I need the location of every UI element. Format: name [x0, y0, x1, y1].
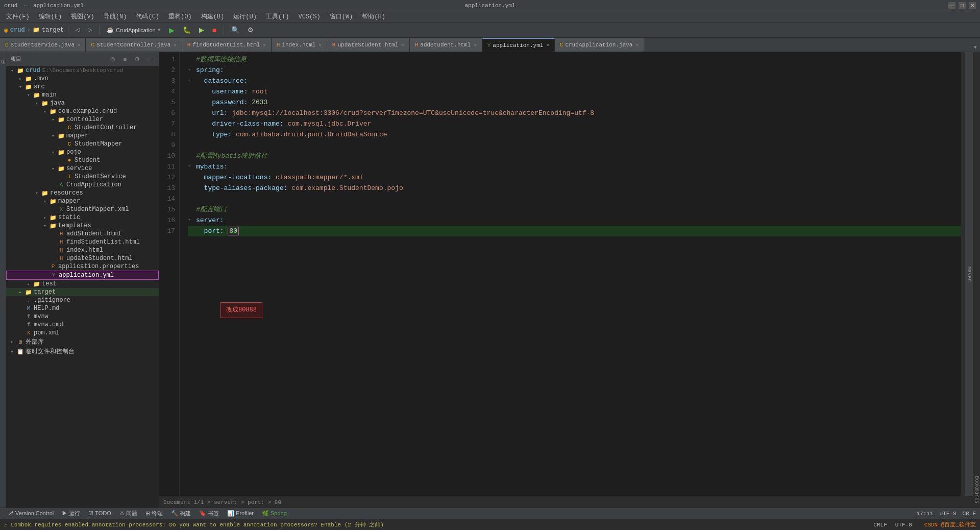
tree-item-test[interactable]: ▸ 📁 test [6, 280, 159, 288]
tree-item-pom-xml[interactable]: ▸ X pom.xml [6, 329, 159, 337]
menu-tools[interactable]: 工具(T) [262, 11, 293, 22]
tree-item-scratches[interactable]: ▸ 📋 临时文件和控制台 [6, 347, 159, 356]
tab-close-1[interactable]: ✕ [78, 42, 80, 48]
tree-item-com-example-crud[interactable]: ▾ 📁 com.example.crud [6, 107, 159, 115]
toolbar-back-btn[interactable]: ◁ [72, 26, 83, 34]
tab-close-7[interactable]: ✕ [546, 42, 549, 48]
spring-btn[interactable]: 🌿 Spring [259, 509, 290, 518]
sidebar-locate-btn[interactable]: ◎ [108, 54, 118, 64]
tab-crud-application[interactable]: C CrudApplication.java ✕ [555, 38, 644, 52]
tree-item-application-yml[interactable]: ▸ Y application.yml [6, 271, 159, 280]
tree-label-mvnw-cmd: mvnw.cmd [34, 321, 63, 328]
menu-help[interactable]: 帮助(H) [358, 11, 389, 22]
terminal-btn[interactable]: ⊞ 终端 [142, 509, 166, 518]
tree-item-update-student-html[interactable]: ▸ H updateStudent.html [6, 254, 159, 262]
code-text-6: url: jdbc:mysql://localhost:3306/crud?se… [196, 108, 961, 118]
tab-close-5[interactable]: ✕ [401, 42, 404, 48]
run-bottom-btn[interactable]: ▶ 运行 [59, 509, 83, 518]
tab-close-8[interactable]: ✕ [635, 42, 638, 48]
minimize-button[interactable]: — [948, 2, 955, 9]
tree-item-ext-libs[interactable]: ▸ ⊞ 外部库 [6, 337, 159, 347]
stop-button[interactable]: ■ [209, 25, 219, 35]
tree-item-index-html[interactable]: ▸ H index.html [6, 246, 159, 254]
tree-item-gitignore[interactable]: ▸ . .gitignore [6, 296, 159, 304]
menu-file[interactable]: 文件(F) [2, 11, 34, 22]
tab-student-service[interactable]: C StudentService.java ✕ [0, 38, 86, 52]
tab-index[interactable]: H index.html ✕ [272, 38, 327, 52]
sidebar-expand-btn[interactable]: ≡ [120, 54, 130, 64]
tree-item-main[interactable]: ▾ 📁 main [6, 91, 159, 99]
ext-libs-icon: ⊞ [16, 339, 24, 345]
code-area[interactable]: #数据库连接信息 ▾ spring: ▾ datasource: usernam… [180, 52, 961, 496]
toolbar-target-icon: 📁 [33, 27, 40, 33]
close-button[interactable]: ✕ [969, 2, 976, 9]
maven-panel[interactable]: Maven [965, 52, 973, 496]
tree-item-mapper-res[interactable]: ▾ 📁 mapper [6, 197, 159, 205]
menu-navigate[interactable]: 导航(N) [100, 11, 131, 22]
tree-item-static[interactable]: ▸ 📁 static [6, 213, 159, 222]
tab-close-3[interactable]: ✕ [263, 42, 265, 48]
tab-application-yml[interactable]: Y application.yml ✕ [482, 38, 555, 52]
scrollbar-right[interactable] [961, 52, 965, 496]
menu-window[interactable]: 窗口(W) [326, 11, 357, 22]
tree-item-java[interactable]: ▾ 📁 java [6, 99, 159, 107]
sidebar-settings-btn[interactable]: ⚙ [132, 54, 142, 64]
tree-item-crud[interactable]: ▾ 📁 crud E:\Documets\Desktop\crud [6, 66, 159, 75]
tree-item-help-md[interactable]: ▸ M HELP.md [6, 304, 159, 312]
problems-btn[interactable]: ⚠ 问题 [116, 509, 140, 518]
tree-item-student-controller[interactable]: ▸ C StudentController [6, 124, 159, 132]
menu-code[interactable]: 代码(C) [132, 11, 163, 22]
tree-item-student-mapper-xml[interactable]: ▸ X StudentMapper.xml [6, 205, 159, 213]
sidebar-collapse-btn[interactable]: — [144, 54, 155, 64]
run-with-coverage-button[interactable]: ▶ [196, 25, 207, 35]
tree-item-student-mapper[interactable]: ▸ C StudentMapper [6, 140, 159, 148]
tree-item-mvn[interactable]: ▸ 📁 .mvn [6, 75, 159, 83]
build-bottom-btn[interactable]: 🔨 构建 [168, 509, 194, 518]
menu-run[interactable]: 运行(U) [229, 11, 261, 22]
editor-content[interactable]: 1 2 3 4 5 6 7 8 9 10 11 12 13 14 15 16 1… [159, 52, 973, 496]
profiler-btn[interactable]: 📊 Profiler [224, 509, 257, 518]
tree-item-student-service[interactable]: ▸ I StudentService [6, 173, 159, 181]
version-control-btn[interactable]: ⎇ Version Control [4, 509, 57, 518]
todo-btn[interactable]: ☑ TODO [85, 509, 114, 518]
tree-item-crud-application[interactable]: ▸ A CrudApplication [6, 181, 159, 189]
tree-item-student[interactable]: ▸ ● Student [6, 156, 159, 164]
tree-item-add-student-html[interactable]: ▸ H addStudent.html [6, 230, 159, 238]
tree-item-service[interactable]: ▾ 📁 service [6, 164, 159, 173]
toolbar-run-config-btn[interactable]: ☕ CrudApplication ▾ [104, 26, 164, 34]
tab-close-4[interactable]: ✕ [318, 42, 321, 48]
tree-item-pojo[interactable]: ▾ 📁 pojo [6, 148, 159, 156]
menu-vcs[interactable]: VCS(S) [294, 12, 324, 21]
tab-close-2[interactable]: ✕ [174, 42, 176, 48]
search-everywhere-btn[interactable]: 🔍 [228, 25, 242, 35]
tab-close-6[interactable]: ✕ [474, 42, 476, 48]
menu-refactor[interactable]: 重构(O) [164, 11, 196, 22]
tree-item-mvnw[interactable]: ▸ f mvnw [6, 312, 159, 321]
lombok-warning[interactable]: ⚠ Lombok requires enabled annotation pro… [4, 521, 873, 528]
tree-item-application-properties[interactable]: ▸ P application.properties [6, 262, 159, 271]
tab-update-student[interactable]: H updateStudent.html ✕ [327, 38, 410, 52]
run-button[interactable]: ▶ [166, 25, 178, 35]
bookmarks-bottom-btn[interactable]: 🔖 书签 [196, 509, 222, 518]
debug-button[interactable]: 🐛 [180, 25, 194, 35]
tree-item-mapper[interactable]: ▾ 📁 mapper [6, 132, 159, 140]
tabs-more-btn[interactable]: ▾ [971, 43, 980, 52]
tree-item-resources[interactable]: ▾ 📁 resources [6, 189, 159, 197]
menu-edit[interactable]: 编辑(E) [35, 11, 66, 22]
tree-item-mvnw-cmd[interactable]: ▸ f mvnw.cmd [6, 321, 159, 329]
tree-item-templates[interactable]: ▾ 📁 templates [6, 222, 159, 230]
maximize-button[interactable]: □ [959, 2, 966, 9]
menu-view[interactable]: 视图(V) [67, 11, 99, 22]
tab-add-student[interactable]: H addStudent.html ✕ [410, 38, 482, 52]
toolbar-forward-btn[interactable]: ▷ [85, 26, 95, 34]
tree-item-find-student-list-html[interactable]: ▸ H findStudentList.html [6, 238, 159, 246]
tab-find-student-list[interactable]: H findStudentList.html ✕ [182, 38, 272, 52]
tree-item-controller[interactable]: ▾ 📁 controller [6, 115, 159, 124]
tree-item-target[interactable]: ▸ 📁 target [6, 288, 159, 296]
menu-build[interactable]: 构建(B) [197, 11, 229, 22]
arrow-main: ▾ [24, 92, 33, 98]
arrow-src: ▾ [16, 84, 24, 90]
settings-btn[interactable]: ⚙ [244, 25, 257, 35]
tab-student-controller[interactable]: C StudentController.java ✕ [86, 38, 182, 52]
tree-item-src[interactable]: ▾ 📁 src [6, 83, 159, 91]
